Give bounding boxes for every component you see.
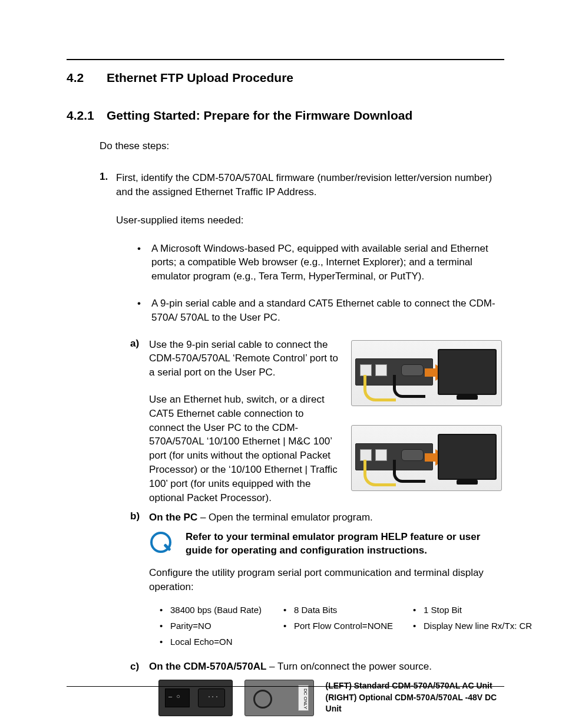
note-text: Refer to your terminal emulator program … <box>186 531 504 558</box>
substep-c: c) On the CDM-570A/570AL – Turn on/conne… <box>130 661 504 673</box>
substep-b: b) On the PC – Open the terminal emulato… <box>130 510 504 525</box>
bullet-icon: • <box>283 605 294 615</box>
setting-localecho: Local Echo=ON <box>170 637 232 647</box>
section-title: Ethernet FTP Upload Procedure <box>107 71 293 85</box>
bottom-rule <box>67 686 504 687</box>
substep-a-label: a) <box>130 338 149 505</box>
serial-settings-grid: •38400 bps (Baud Rate) •8 Data Bits •1 S… <box>160 605 504 647</box>
substep-c-bold: On the CDM-570A/570AL <box>149 661 266 672</box>
bullet-icon: • <box>413 621 424 631</box>
note-block: Refer to your terminal emulator program … <box>149 531 504 558</box>
substep-c-label: c) <box>130 661 149 673</box>
list-item: • A Microsoft Windows-based PC, equipped… <box>137 242 504 284</box>
substep-a-p1: Use the 9-pin serial cable to connect th… <box>149 338 339 380</box>
setting-newline: Display New line Rx/Tx: CR <box>424 621 532 631</box>
power-figures-row: DC ONLY (LEFT) Standard CDM-570A/570AL A… <box>158 680 504 716</box>
substep-b-bold: On the PC <box>149 512 197 523</box>
dc-only-tag: DC ONLY <box>298 685 309 711</box>
setting-parity: Parity=NO <box>170 621 211 631</box>
subsection-heading: 4.2.1 Getting Started: Prepare for the F… <box>67 108 504 123</box>
user-items-list: • A Microsoft Windows-based PC, equipped… <box>137 242 504 325</box>
setting-baud: 38400 bps (Baud Rate) <box>170 605 262 615</box>
bullet-icon: • <box>160 621 170 631</box>
substep-a-p2: Use an Ethernet hub, switch, or a direct… <box>149 393 339 505</box>
subsection-title: Getting Started: Prepare for the Firmwar… <box>107 108 412 123</box>
user-items-intro: User-supplied items needed: <box>116 215 504 226</box>
power-caption-right: (RIGHT) Optional CDM-570A/570AL -48V DC … <box>326 692 504 715</box>
list-item-text: A 9-pin serial cable and a standard CAT5… <box>151 297 504 325</box>
substep-c-rest: – Turn on/connect the power source. <box>266 661 432 672</box>
bullet-icon: • <box>413 605 424 615</box>
bullet-icon: • <box>283 621 294 631</box>
setting-databits: 8 Data Bits <box>294 605 337 615</box>
top-rule <box>67 59 504 60</box>
step-1: 1. First, identify the CDM-570A/570AL fi… <box>100 171 504 199</box>
connection-figure-serial <box>351 340 502 406</box>
list-item: • A 9-pin serial cable and a standard CA… <box>137 297 504 325</box>
subsection-number: 4.2.1 <box>67 108 107 123</box>
bullet-icon: • <box>137 242 151 284</box>
setting-flowcontrol: Port Flow Control=NONE <box>294 621 393 631</box>
bullet-icon: • <box>160 605 170 615</box>
step-1-number: 1. <box>100 171 116 199</box>
list-item-text: A Microsoft Windows-based PC, equipped w… <box>151 242 504 284</box>
intro-text: Do these steps: <box>100 140 504 152</box>
ac-power-unit-figure <box>158 680 233 716</box>
step-1-text: First, identify the CDM-570A/570AL firmw… <box>116 171 504 199</box>
magnifier-icon <box>149 531 175 556</box>
bullet-icon: • <box>160 637 170 647</box>
substep-b-label: b) <box>130 510 149 525</box>
substep-b-rest: – Open the terminal emulator program. <box>197 512 373 523</box>
connection-figure-ethernet <box>351 425 502 491</box>
section-heading: 4.2 Ethernet FTP Upload Procedure <box>67 71 504 85</box>
section-number: 4.2 <box>67 71 107 85</box>
bullet-icon: • <box>137 297 151 325</box>
config-instruction: Configure the utility program serial por… <box>149 566 504 594</box>
substep-a: a) Use the 9-pin serial cable to connect… <box>130 338 504 505</box>
dc-power-unit-figure: DC ONLY <box>244 680 313 716</box>
setting-stopbit: 1 Stop Bit <box>424 605 462 615</box>
